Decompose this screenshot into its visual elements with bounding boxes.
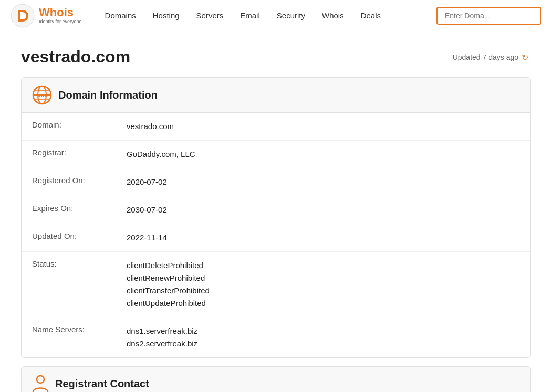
expires-on-value: 2030-07-02 — [127, 204, 167, 216]
domain-info-title: Domain Information — [58, 89, 158, 101]
registrar-value: GoDaddy.com, LLC — [127, 148, 195, 161]
domain-title-row: vestrado.com Updated 7 days ago ↻ — [21, 47, 531, 67]
registered-on-row: Registered On: 2020-07-02 — [22, 168, 530, 196]
domain-row: Domain: vestrado.com — [22, 113, 530, 141]
logo-text: Whois Identity for everyone — [39, 6, 82, 24]
nav-item-security[interactable]: Security — [269, 7, 313, 24]
updated-on-row: Updated On: 2022-11-14 — [22, 224, 530, 252]
page-content: vestrado.com Updated 7 days ago ↻ WWW Do… — [0, 31, 552, 392]
logo-icon — [11, 4, 35, 28]
domain-info-card: WWW Domain Information Domain: vestrado.… — [21, 77, 531, 358]
registrant-card: Registrant Contact — [21, 366, 531, 392]
status-label: Status: — [32, 259, 127, 310]
nav-item-hosting[interactable]: Hosting — [145, 7, 187, 24]
registered-on-label: Registered On: — [32, 176, 127, 188]
domain-label: Domain: — [32, 120, 127, 133]
name-servers-label: Name Servers: — [32, 325, 127, 350]
updated-info: Updated 7 days ago ↻ — [453, 52, 531, 62]
updated-text-label: Updated 7 days ago — [453, 53, 518, 61]
nav-item-email[interactable]: Email — [233, 7, 267, 24]
registrar-label: Registrar: — [32, 148, 127, 161]
nav-item-deals[interactable]: Deals — [353, 7, 388, 24]
name-servers-row: Name Servers: dns1.serverfreak.biz dns2.… — [22, 317, 530, 357]
status-value: clientDeleteProhibited clientRenewProhib… — [127, 259, 210, 310]
status-row: Status: clientDeleteProhibited clientRen… — [22, 252, 530, 317]
main-header: Whois Identity for everyone Domains Host… — [0, 0, 552, 31]
domain-info-header: WWW Domain Information — [22, 78, 530, 113]
domain-value: vestrado.com — [127, 120, 174, 133]
svg-text:WWW: WWW — [37, 93, 48, 97]
main-nav: Domains Hosting Servers Email Security W… — [98, 7, 436, 24]
registrar-row: Registrar: GoDaddy.com, LLC — [22, 141, 530, 168]
domain-title: vestrado.com — [21, 47, 453, 67]
logo-link[interactable]: Whois Identity for everyone — [11, 4, 82, 28]
registrant-header: Registrant Contact — [22, 367, 530, 392]
nav-item-whois[interactable]: Whois — [315, 7, 351, 24]
registrant-title: Registrant Contact — [55, 378, 149, 390]
www-icon: WWW — [32, 85, 52, 105]
svg-point-7 — [37, 376, 44, 383]
expires-on-label: Expires On: — [32, 204, 127, 216]
person-icon — [32, 374, 49, 392]
nav-item-domains[interactable]: Domains — [98, 7, 143, 24]
logo-tagline-label: Identity for everyone — [39, 19, 82, 25]
nav-item-servers[interactable]: Servers — [189, 7, 231, 24]
refresh-icon[interactable]: ↻ — [522, 52, 531, 62]
search-input[interactable] — [436, 7, 541, 25]
logo-whois-label: Whois — [39, 6, 82, 19]
updated-on-label: Updated On: — [32, 231, 127, 244]
name-servers-value: dns1.serverfreak.biz dns2.serverfreak.bi… — [127, 325, 197, 350]
expires-on-row: Expires On: 2030-07-02 — [22, 196, 530, 224]
updated-on-value: 2022-11-14 — [127, 231, 167, 244]
registered-on-value: 2020-07-02 — [127, 176, 167, 188]
